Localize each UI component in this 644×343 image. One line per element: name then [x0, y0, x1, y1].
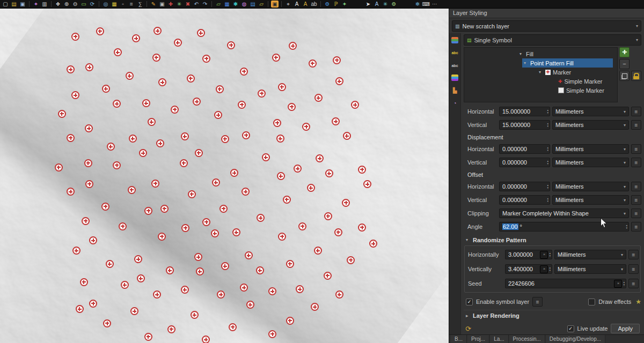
toggle-editing-icon[interactable]: ✎ — [150, 1, 157, 8]
add-symbol-layer-button[interactable]: ✚ — [619, 47, 630, 57]
data-defined-override-button[interactable]: ≡ — [631, 182, 641, 191]
seed-spinbox[interactable]: 22426606×▴▾ — [505, 279, 626, 288]
more-tools-icon[interactable]: ⋯ — [431, 1, 438, 8]
print-layout-icon[interactable]: ▥ — [41, 1, 48, 8]
unit-combo[interactable]: Millimeters▾ — [552, 195, 629, 205]
symbology-icon[interactable] — [451, 37, 458, 43]
add-delimited-text-icon[interactable]: ✱ — [232, 1, 239, 8]
processing-toolbox-icon[interactable]: ⚙ — [324, 1, 331, 8]
plugin-manager-icon[interactable]: ✦ — [341, 1, 348, 8]
tree-expand-icon[interactable]: ▾ — [539, 70, 543, 74]
add-wms-layer-icon[interactable]: ◍ — [240, 1, 248, 8]
annotation-icon[interactable]: A — [373, 1, 380, 8]
unit-combo[interactable]: Millimeters▾ — [552, 182, 629, 191]
remove-symbol-layer-button[interactable]: − — [619, 59, 630, 69]
symbol-layer-tree[interactable]: ▾Fill▾Point Pattern Fill▾✚Marker✚Simple … — [464, 47, 618, 102]
labeling-icon[interactable]: A — [293, 1, 301, 8]
data-defined-override-button[interactable]: ≡ — [532, 297, 543, 307]
save-edits-icon[interactable]: ▣ — [158, 1, 166, 8]
apply-button[interactable]: Apply — [611, 324, 640, 333]
spin-arrows[interactable]: ▴▾ — [547, 122, 548, 128]
unit-combo[interactable]: Millimeters▾ — [554, 250, 626, 259]
spin-arrows[interactable]: ▴▾ — [547, 160, 548, 165]
add-postgis-layer-icon[interactable]: ▤ — [249, 1, 257, 8]
zoom-out-icon[interactable]: ⊖ — [71, 1, 79, 8]
callouts-icon[interactable]: abc — [451, 62, 459, 69]
tree-expand-icon[interactable]: ▾ — [519, 51, 524, 56]
horizontally-spinbox[interactable]: 3.000000×▴▾ — [505, 250, 552, 259]
diagrams-icon[interactable]: ▙ — [451, 86, 459, 94]
project-new-icon[interactable]: ▢ — [2, 1, 9, 8]
data-defined-override-button[interactable]: ≡ — [631, 107, 641, 116]
new-map-view-icon[interactable]: ▣ — [271, 1, 279, 8]
spin-arrows[interactable]: ▴▾ — [549, 252, 551, 257]
auto-apply-icon[interactable]: ⟳ — [465, 325, 471, 333]
project-save-icon[interactable]: ▣ — [19, 1, 26, 8]
enable-symbol-layer-checkbox[interactable]: ✓ — [466, 299, 473, 305]
add-vector-layer-icon[interactable]: ▱ — [215, 1, 222, 8]
redo-icon[interactable]: ↷ — [201, 1, 209, 8]
field-calculator-icon[interactable]: ∑ — [136, 1, 144, 8]
spin-arrows[interactable]: ▴▾ — [623, 281, 625, 286]
clear-value-button[interactable]: × — [540, 265, 548, 273]
refresh-map-icon[interactable]: ⟳ — [89, 1, 96, 8]
3d-view-icon[interactable] — [451, 74, 458, 81]
symbol-tree-item[interactable]: ▾Fill — [464, 49, 617, 58]
unit-combo[interactable]: Millimeters▾ — [552, 144, 629, 154]
symbol-tree-item[interactable]: ✚Simple Marker — [464, 77, 617, 86]
add-raster-layer-icon[interactable]: ▦ — [223, 1, 231, 8]
angle-spinbox[interactable]: 62.00 °▴▾ — [499, 222, 629, 232]
spin-arrows[interactable]: ▴▾ — [547, 197, 548, 203]
settings-icon[interactable]: ⚙ — [390, 1, 398, 8]
undo-icon[interactable]: ↶ — [193, 1, 200, 8]
label-single-icon[interactable]: A — [302, 1, 309, 8]
horizontal-spinbox[interactable]: 0.000000▴▾ — [499, 182, 550, 191]
python-console-icon[interactable]: ℙ — [332, 1, 340, 8]
measure-icon[interactable]: ⌖ — [284, 1, 292, 8]
layer-selector[interactable]: ▥ New scratch layer ▾ — [452, 20, 641, 32]
tab-processing[interactable]: Processin... — [509, 335, 545, 343]
tab-project[interactable]: Proj... — [467, 335, 489, 343]
new-scratch-layer-icon[interactable]: ▱ — [258, 1, 265, 8]
data-defined-override-button[interactable]: ≡ — [631, 158, 641, 167]
vertical-spinbox[interactable]: 0.000000▴▾ — [499, 195, 550, 205]
label-toolbar-icon[interactable]: ab — [310, 1, 318, 8]
style-manager-icon[interactable]: ✦ — [32, 1, 40, 8]
clipping-combo[interactable]: Marker Completely Within Shape▾ — [499, 208, 629, 218]
spin-arrows[interactable]: ▴▾ — [549, 266, 551, 272]
data-defined-override-button[interactable]: ≡ — [628, 264, 639, 274]
unit-combo[interactable]: Millimeters▾ — [552, 158, 629, 167]
identify-features-icon[interactable]: ◎ — [102, 1, 109, 8]
symbol-type-combo[interactable]: ▤ Single Symbol ▾ — [464, 34, 641, 46]
data-defined-override-button[interactable]: ≡ — [628, 279, 639, 288]
vertical-spinbox[interactable]: 0.000000▴▾ — [499, 158, 550, 167]
attribute-table-icon[interactable]: ≡ — [128, 1, 135, 8]
map-canvas[interactable] — [0, 9, 449, 343]
vertically-spinbox[interactable]: 3.400000×▴▾ — [505, 264, 552, 274]
effects-icon[interactable]: ✳ — [382, 1, 389, 8]
horizontal-spinbox[interactable]: 0.000000▴▾ — [499, 144, 550, 154]
layer-rendering-section[interactable]: ▸ Layer Rendering — [464, 310, 641, 321]
add-feature-icon[interactable]: ✚ — [167, 1, 174, 8]
clear-value-button[interactable]: × — [614, 280, 622, 288]
data-defined-override-button[interactable]: ≡ — [631, 144, 641, 154]
zoom-in-icon[interactable]: ⊕ — [63, 1, 70, 8]
vertex-tool-icon[interactable]: ✳ — [175, 1, 183, 8]
data-defined-override-button[interactable]: ≡ — [628, 250, 639, 259]
duplicate-symbol-layer-button[interactable] — [619, 71, 630, 81]
keyboard-shortcuts-icon[interactable]: ⌨ — [422, 1, 430, 8]
tab-browser[interactable]: B... — [451, 335, 467, 343]
snap-icon[interactable]: ❄ — [414, 1, 421, 8]
symbol-tree-item[interactable]: ▾✚Marker — [464, 68, 617, 77]
history-icon[interactable]: ◔ — [451, 99, 459, 107]
spin-arrows[interactable]: ▴▾ — [626, 224, 627, 229]
data-defined-override-button[interactable]: ≡ — [631, 208, 641, 218]
spin-arrows[interactable]: ▴▾ — [547, 146, 548, 152]
data-defined-override-button[interactable]: ≡ — [631, 222, 641, 232]
unit-combo[interactable]: Millimeters▾ — [554, 264, 626, 274]
tab-debugging[interactable]: Debugging/Develop... — [546, 335, 605, 343]
vertical-spinbox[interactable]: 15.000000▴▾ — [499, 120, 550, 130]
randomize-pattern-header[interactable]: ▾Randomize Pattern — [464, 235, 641, 245]
live-update-checkbox[interactable]: ✓ — [567, 325, 574, 332]
labels-icon[interactable]: abc — [451, 49, 459, 56]
